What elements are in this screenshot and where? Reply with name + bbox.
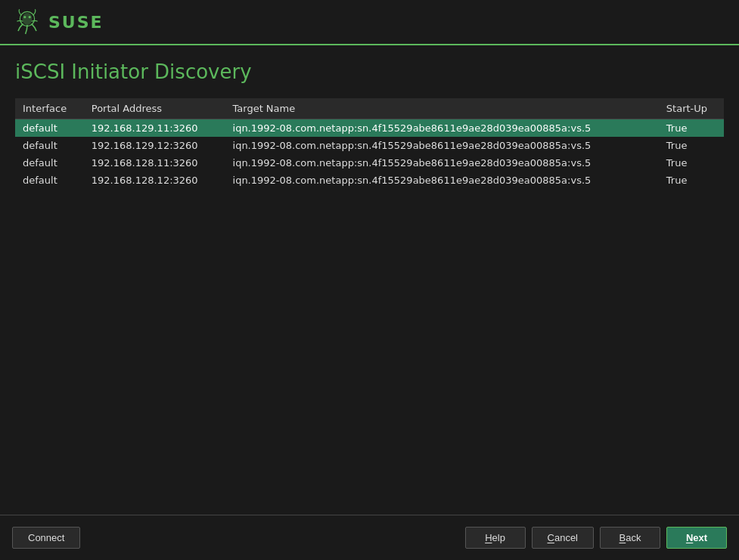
col-target-name: Target Name xyxy=(225,98,659,119)
table-header: Interface Portal Address Target Name Sta… xyxy=(15,98,724,119)
table-row[interactable]: default192.168.128.11:3260iqn.1992-08.co… xyxy=(15,154,724,172)
back-button[interactable]: Back xyxy=(600,527,660,549)
cell-target-name: iqn.1992-08.com.netapp:sn.4f15529abe8611… xyxy=(225,119,659,138)
cell-startup: True xyxy=(659,154,724,172)
col-portal-address: Portal Address xyxy=(84,98,225,119)
discovery-table: Interface Portal Address Target Name Sta… xyxy=(15,98,724,189)
help-button[interactable]: Help xyxy=(465,527,526,549)
footer: Connect Help Cancel Back Next xyxy=(0,515,739,560)
suse-logo: SUSE xyxy=(12,7,104,37)
col-startup: Start-Up xyxy=(659,98,724,119)
table-header-row: Interface Portal Address Target Name Sta… xyxy=(15,98,724,119)
suse-brand-text: SUSE xyxy=(48,13,104,32)
footer-left: Connect xyxy=(12,527,465,549)
cell-portal-address: 192.168.128.11:3260 xyxy=(84,154,225,172)
next-button[interactable]: Next xyxy=(666,527,727,549)
table-body: default192.168.129.11:3260iqn.1992-08.co… xyxy=(15,119,724,190)
svg-point-1 xyxy=(23,13,33,25)
connect-button[interactable]: Connect xyxy=(12,527,80,549)
cell-startup: True xyxy=(659,119,724,138)
table-row[interactable]: default192.168.129.11:3260iqn.1992-08.co… xyxy=(15,119,724,138)
col-interface: Interface xyxy=(15,98,84,119)
cell-interface: default xyxy=(15,119,84,138)
cell-startup: True xyxy=(659,172,724,189)
cell-portal-address: 192.168.129.12:3260 xyxy=(84,137,225,154)
cell-interface: default xyxy=(15,137,84,154)
cell-target-name: iqn.1992-08.com.netapp:sn.4f15529abe8611… xyxy=(225,154,659,172)
table-row[interactable]: default192.168.129.12:3260iqn.1992-08.co… xyxy=(15,137,724,154)
cell-startup: True xyxy=(659,137,724,154)
svg-point-2 xyxy=(23,16,26,18)
cell-portal-address: 192.168.129.11:3260 xyxy=(84,119,225,138)
footer-right: Help Cancel Back Next xyxy=(465,527,727,549)
svg-point-3 xyxy=(29,16,31,18)
suse-gecko-icon xyxy=(12,7,42,37)
table-row[interactable]: default192.168.128.12:3260iqn.1992-08.co… xyxy=(15,172,724,189)
header: SUSE xyxy=(0,0,739,45)
cancel-button[interactable]: Cancel xyxy=(532,527,594,549)
cell-target-name: iqn.1992-08.com.netapp:sn.4f15529abe8611… xyxy=(225,137,659,154)
page-title: iSCSI Initiator Discovery xyxy=(15,60,724,83)
cell-portal-address: 192.168.128.12:3260 xyxy=(84,172,225,189)
cell-interface: default xyxy=(15,154,84,172)
main-content: iSCSI Initiator Discovery Interface Port… xyxy=(0,45,739,515)
cell-target-name: iqn.1992-08.com.netapp:sn.4f15529abe8611… xyxy=(225,172,659,189)
cell-interface: default xyxy=(15,172,84,189)
